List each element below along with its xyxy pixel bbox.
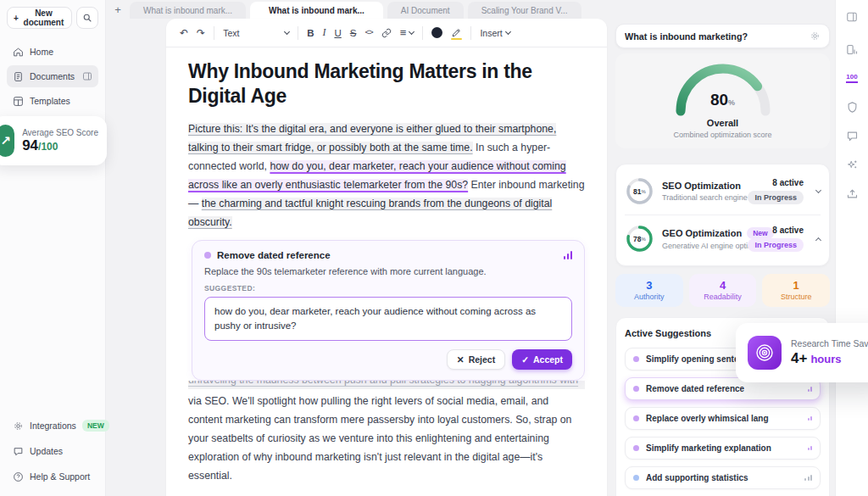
chevron-up-icon[interactable] [815, 237, 821, 242]
link-button[interactable] [381, 28, 392, 38]
impact-bars-icon [808, 387, 813, 392]
shield-icon[interactable] [842, 97, 862, 117]
keyword-search-box[interactable] [615, 24, 830, 48]
text-style-dropdown[interactable]: Text [223, 28, 289, 38]
seo-score-icon[interactable]: 100 [842, 68, 862, 88]
new-document-button[interactable]: + New document [7, 7, 72, 29]
document-icon [13, 71, 24, 82]
geo-status-badge: In Progress [748, 238, 804, 252]
tab-label: AI Document [401, 6, 450, 15]
sidebar-item-home[interactable]: Home [7, 41, 98, 63]
document-title: Why Inbound Marketing Matters in the Dig… [188, 59, 585, 109]
seo-percent-unit: % [642, 189, 646, 194]
sparkles-icon[interactable] [842, 154, 862, 175]
align-dropdown[interactable]: ≡ [400, 26, 415, 39]
readability-card[interactable]: 4Readability [689, 274, 757, 307]
toolbar-divider [470, 26, 471, 40]
strikethrough-button[interactable]: S [350, 28, 357, 38]
paragraph-2: via SEO. We'll spotlight how pulling the… [188, 392, 585, 485]
suggestion-item[interactable]: Add supporting statistics [625, 466, 821, 489]
sidebar-item-documents[interactable]: Documents [7, 65, 98, 87]
suggestion-item[interactable]: Replace overly whimsical lang [625, 407, 821, 430]
search-button[interactable] [76, 7, 98, 29]
x-icon: ✕ [457, 354, 465, 365]
score-max: /100 [38, 141, 58, 153]
redo-button[interactable]: ↷ [197, 27, 205, 39]
chevron-down-icon [409, 29, 415, 35]
suggested-text-box[interactable]: how do you, dear marketer, reach your au… [204, 297, 572, 341]
sidebar-item-updates[interactable]: Updates [7, 440, 98, 462]
sidebar-item-integrations[interactable]: Integrations NEW [7, 415, 98, 437]
sidebar: + New document Home Documents Templates … [0, 0, 106, 496]
keyword-input[interactable] [625, 31, 810, 42]
chat-icon [13, 446, 24, 457]
average-seo-score-card: ↗ Average SEO Score 94/100 [0, 116, 107, 165]
reject-button[interactable]: ✕Reject [447, 349, 505, 370]
underline-button[interactable]: U [334, 28, 341, 38]
accept-label: Accept [533, 354, 563, 365]
toolbar-divider [214, 26, 214, 40]
authority-card[interactable]: 3Authority [615, 274, 683, 307]
add-tab-button[interactable]: + [110, 2, 125, 17]
suggestion-item[interactable]: Simplify marketing explanation [625, 437, 821, 460]
sidebar-item-label: Home [30, 47, 53, 57]
color-swatch-icon [431, 27, 442, 38]
sidebar-item-help[interactable]: Help & Support [7, 465, 98, 488]
tab-ai-document[interactable]: AI Document [387, 2, 464, 19]
sidebar-item-templates[interactable]: Templates [7, 90, 98, 112]
geo-percent-unit: % [642, 237, 646, 242]
seo-active-count: 8 active [748, 178, 804, 187]
seo-percent: 81 [633, 187, 641, 196]
highlighted-text[interactable]: the charming and tactful knight rescuing… [188, 198, 552, 228]
suggestion-dot [633, 445, 639, 451]
toolbar-divider [422, 26, 423, 40]
score-100-label: 100 [846, 73, 857, 83]
readability-label: Readability [689, 293, 757, 301]
gauge-value: 80 [710, 91, 728, 109]
geo-subtitle: Generative AI engine optimization [662, 242, 740, 250]
reject-label: Reject [469, 354, 496, 365]
overall-score-card: 80% Overall Combined optimization score [615, 53, 830, 148]
suggestion-dot [633, 415, 639, 421]
comments-icon[interactable] [842, 125, 862, 146]
media-cards-icon[interactable] [842, 39, 862, 59]
panel-toggle-icon[interactable] [82, 71, 92, 81]
paragraph-1: Picture this: It's the digital era, and … [188, 120, 585, 231]
sidebar-item-label: Help & Support [30, 471, 90, 482]
research-time-popup: Research Time Sav 4+hours [736, 323, 868, 382]
tab-bar: + What is inbound mark... What is inboun… [110, 0, 581, 19]
accept-button[interactable]: ✓Accept [512, 349, 572, 370]
tab-document-2-active[interactable]: What is inbound mark... [250, 2, 383, 19]
italic-button[interactable]: I [322, 26, 326, 39]
insert-dropdown[interactable]: Insert [480, 28, 509, 38]
tab-label: What is inbound mark... [269, 6, 364, 15]
geo-optimization-row[interactable]: 78% GEO OptimizationNew Generative AI en… [625, 215, 821, 262]
geo-percent: 78 [633, 235, 641, 243]
impact-bars-icon [564, 251, 573, 259]
gauge-label: Overall [615, 118, 830, 128]
code-button[interactable]: <> [364, 28, 372, 37]
panel-collapse-icon[interactable] [842, 7, 862, 27]
seo-optimization-row[interactable]: 81% SEO Optimization Traditional search … [625, 168, 821, 215]
score-gauge: 80% [670, 62, 776, 116]
seo-subtitle: Traditional search engine optimization [662, 193, 740, 202]
geo-title: GEO Optimization [662, 228, 742, 238]
check-icon: ✓ [521, 354, 529, 365]
target-rings-icon [748, 336, 782, 370]
structure-label: Structure [762, 293, 830, 301]
structure-card[interactable]: 1Structure [762, 274, 830, 307]
tab-document-1[interactable]: What is inbound mark... [130, 2, 246, 19]
suggestion-label: Replace overly whimsical lang [646, 414, 769, 423]
clipped-text-line: unraveling the madness between push and … [188, 381, 585, 389]
text-color-button[interactable] [431, 27, 442, 38]
settings-gear-icon[interactable] [810, 31, 821, 42]
highlighter-button[interactable] [451, 27, 462, 38]
bold-button[interactable]: B [307, 28, 314, 38]
tab-scaling-brand[interactable]: Scaling Your Brand V... [468, 2, 581, 19]
undo-button[interactable]: ↶ [180, 27, 188, 39]
tab-label: Scaling Your Brand V... [481, 6, 568, 15]
chevron-down-icon[interactable] [815, 187, 821, 193]
upload-icon[interactable] [842, 183, 862, 203]
document-content[interactable]: Why Inbound Marketing Matters in the Dig… [166, 47, 607, 496]
text-style-value: Text [223, 28, 239, 38]
